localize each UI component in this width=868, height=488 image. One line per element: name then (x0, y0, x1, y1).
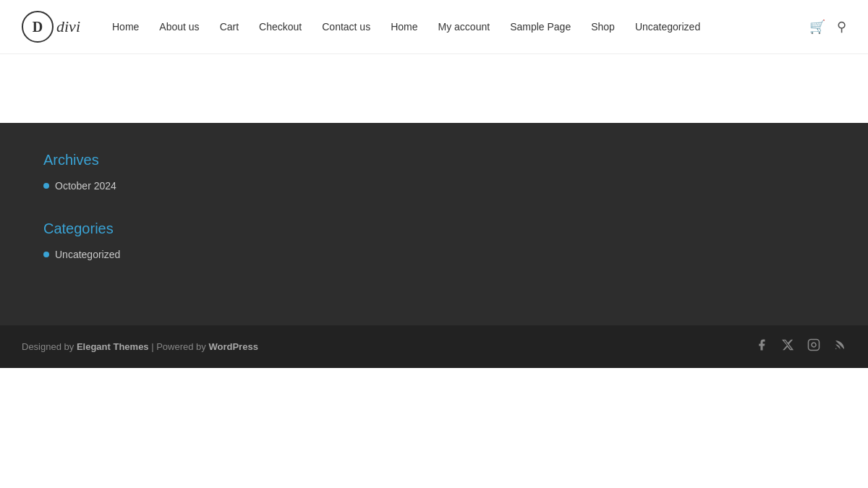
twitter-x-icon[interactable] (781, 338, 794, 355)
category-uncategorized-link[interactable]: Uncategorized (55, 249, 120, 260)
svg-point-2 (835, 348, 837, 350)
nav-item-cart[interactable]: Cart (210, 21, 249, 33)
logo-circle: D (22, 11, 54, 43)
footer-credits: Designed by Elegant Themes | Powered by … (22, 341, 258, 352)
archives-list: October 2024 (43, 180, 825, 192)
dark-footer-section: Archives October 2024 Categories Uncateg… (0, 123, 868, 325)
designed-by-text: Designed by (22, 341, 77, 352)
list-item: October 2024 (43, 180, 825, 192)
site-header: D divi Home About us Cart Checkout Conta… (0, 0, 868, 54)
footer-social (755, 338, 846, 355)
cart-icon[interactable]: 🛒 (809, 19, 825, 35)
nav-item-about[interactable]: About us (149, 21, 209, 33)
list-item: Uncategorized (43, 249, 825, 260)
nav-item-checkout[interactable]: Checkout (249, 21, 312, 33)
nav-item-home1[interactable]: Home (102, 21, 149, 33)
archives-october-link[interactable]: October 2024 (55, 180, 116, 192)
elegant-themes-link[interactable]: Elegant Themes (77, 341, 149, 352)
categories-list: Uncategorized (43, 249, 825, 260)
nav-item-shop[interactable]: Shop (581, 21, 625, 33)
svg-rect-0 (809, 340, 820, 351)
wordpress-link[interactable]: WordPress (208, 341, 258, 352)
logo-text: divi (56, 17, 80, 36)
facebook-icon[interactable] (755, 338, 768, 355)
nav-item-uncategorized[interactable]: Uncategorized (625, 21, 710, 33)
nav-item-samplepage[interactable]: Sample Page (500, 21, 581, 33)
main-nav: Home About us Cart Checkout Contact us H… (102, 21, 809, 33)
logo-d-letter: D (33, 19, 43, 35)
nav-item-home2[interactable]: Home (380, 21, 427, 33)
categories-title: Categories (43, 221, 825, 237)
main-content-area (0, 54, 868, 123)
search-icon[interactable]: ⚲ (837, 19, 846, 35)
footer-bar: Designed by Elegant Themes | Powered by … (0, 325, 868, 368)
rss-icon[interactable] (833, 338, 846, 355)
archives-title: Archives (43, 152, 825, 168)
header-icons: 🛒 ⚲ (809, 19, 846, 35)
powered-by-text: | Powered by (149, 341, 209, 352)
instagram-icon[interactable] (807, 338, 820, 355)
site-logo[interactable]: D divi (22, 11, 80, 43)
nav-item-myaccount[interactable]: My account (428, 21, 501, 33)
nav-item-contact[interactable]: Contact us (312, 21, 380, 33)
